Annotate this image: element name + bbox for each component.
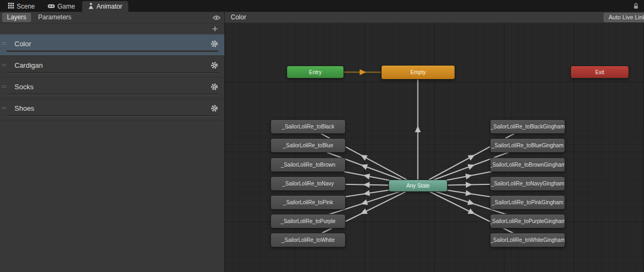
state-node[interactable]: _SailorLoliRe_toBlackGingham bbox=[490, 119, 565, 134]
drag-handle-icon[interactable] bbox=[2, 106, 6, 110]
animator-icon bbox=[88, 3, 94, 11]
tab-animator-label: Animator bbox=[97, 3, 122, 10]
state-node-label: _SailorLoliRe_toBlackGingham bbox=[491, 124, 565, 130]
state-node-label: Entry bbox=[309, 69, 321, 75]
layer-name: Shoes bbox=[14, 104, 34, 112]
state-node-label: _SailorLoliRe_toPink bbox=[283, 199, 333, 205]
layer-row[interactable]: Socks bbox=[0, 77, 224, 99]
state-node[interactable]: _SailorLoliRe_toWhite bbox=[270, 233, 346, 247]
state-node[interactable]: _SailorLoliRe_toNavyGingham bbox=[490, 176, 565, 191]
auto-live-link-button[interactable]: Auto Live Link bbox=[604, 13, 644, 22]
tab-layers[interactable]: Layers bbox=[2, 13, 31, 22]
grid-icon bbox=[8, 3, 14, 10]
state-node-label: _SailorLoliRe_toWhiteGingham bbox=[490, 237, 565, 243]
state-node-label: _SailorLoliRe_toBrownGingham bbox=[490, 162, 565, 168]
tab-scene-label: Scene bbox=[17, 3, 35, 10]
drag-handle-icon[interactable] bbox=[2, 84, 6, 89]
state-nodes-layer: Entry Empty Exit Any State _SailorLoliRe… bbox=[225, 12, 644, 272]
state-node-label: _SailorLoliRe_toPurpleGingham bbox=[490, 218, 565, 224]
side-panel-header: Layers Parameters bbox=[0, 12, 224, 24]
state-node[interactable]: Any State bbox=[389, 180, 448, 192]
layer-toolbar: + bbox=[0, 24, 224, 34]
tab-game[interactable]: Game bbox=[42, 1, 81, 12]
state-node[interactable]: _SailorLoliRe_toBrownGingham bbox=[490, 158, 565, 172]
state-node[interactable]: _SailorLoliRe_toPurple bbox=[270, 214, 346, 228]
tab-parameters[interactable]: Parameters bbox=[33, 13, 76, 22]
breadcrumb-bar: Color Auto Live Link bbox=[225, 12, 644, 23]
state-node-label: _SailorLoliRe_toBlueGingham bbox=[492, 142, 564, 148]
breadcrumb[interactable]: Color bbox=[231, 13, 246, 21]
state-node[interactable]: _SailorLoliRe_toBrown bbox=[270, 158, 346, 172]
state-node[interactable]: Entry bbox=[287, 66, 344, 78]
state-node-label: _SailorLoliRe_toBrown bbox=[281, 162, 335, 168]
state-node[interactable]: _SailorLoliRe_toNavy bbox=[270, 176, 346, 191]
animator-side-panel: Layers Parameters + Color Cardigan Sock bbox=[0, 12, 225, 272]
add-layer-button[interactable]: + bbox=[212, 25, 218, 33]
gear-icon[interactable] bbox=[210, 104, 218, 114]
state-node-label: _SailorLoliRe_toPinkGingham bbox=[492, 199, 563, 205]
layer-row[interactable]: Cardigan bbox=[0, 56, 224, 77]
animator-graph-canvas[interactable]: Entry Empty Exit Any State _SailorLoliRe… bbox=[225, 12, 644, 272]
state-node-label: Empty bbox=[411, 69, 426, 75]
lock-icon[interactable] bbox=[632, 0, 640, 12]
layer-weight-slider[interactable] bbox=[6, 115, 218, 117]
state-node-label: Exit bbox=[595, 69, 604, 75]
layer-name: Color bbox=[14, 40, 31, 48]
drag-handle-icon[interactable] bbox=[2, 63, 6, 67]
layers-list: Color Cardigan Socks Shoes bbox=[0, 34, 224, 120]
layer-weight-slider[interactable] bbox=[6, 72, 218, 74]
state-node[interactable]: _SailorLoliRe_toBlueGingham bbox=[490, 138, 565, 153]
state-node[interactable]: Empty bbox=[381, 65, 455, 80]
layer-name: Socks bbox=[14, 83, 33, 91]
drag-handle-icon[interactable] bbox=[2, 41, 6, 46]
tab-animator[interactable]: Animator bbox=[82, 1, 128, 12]
window-tab-bar: Scene Game Animator bbox=[0, 0, 644, 12]
state-node[interactable]: _SailorLoliRe_toPink bbox=[270, 195, 346, 210]
state-node-label: _SailorLoliRe_toBlue bbox=[283, 142, 333, 148]
gear-icon[interactable] bbox=[210, 61, 218, 71]
state-node-label: _SailorLoliRe_toPurple bbox=[281, 218, 335, 224]
layer-row[interactable]: Color bbox=[0, 34, 224, 56]
layer-weight-slider[interactable] bbox=[6, 51, 218, 52]
animator-window-body: Layers Parameters + Color Cardigan Sock bbox=[0, 12, 644, 272]
state-node[interactable]: _SailorLoliRe_toBlack bbox=[270, 119, 346, 134]
gear-icon[interactable] bbox=[210, 83, 218, 93]
state-node-label: _SailorLoliRe_toNavy bbox=[282, 181, 334, 187]
state-node[interactable]: _SailorLoliRe_toBlue bbox=[270, 138, 346, 153]
state-node[interactable]: _SailorLoliRe_toPinkGingham bbox=[490, 195, 565, 210]
state-node[interactable]: _SailorLoliRe_toWhiteGingham bbox=[490, 233, 565, 247]
state-node-label: _SailorLoliRe_toBlack bbox=[282, 124, 334, 130]
state-node-label: _SailorLoliRe_toWhite bbox=[282, 237, 335, 243]
eye-icon[interactable] bbox=[213, 15, 221, 20]
unity-window: Scene Game Animator Layers Parameters bbox=[0, 0, 644, 272]
layer-weight-slider[interactable] bbox=[6, 94, 218, 95]
state-node-label: Any State bbox=[406, 183, 429, 189]
layer-row[interactable]: Shoes bbox=[0, 99, 224, 120]
layer-name: Cardigan bbox=[14, 61, 43, 69]
tab-game-label: Game bbox=[57, 3, 75, 10]
tab-scene[interactable]: Scene bbox=[2, 1, 41, 12]
state-node[interactable]: Exit bbox=[570, 66, 629, 78]
gamepad-icon bbox=[48, 3, 55, 10]
state-node-label: _SailorLoliRe_toNavyGingham bbox=[491, 181, 565, 187]
gear-icon[interactable] bbox=[210, 40, 218, 50]
state-node[interactable]: _SailorLoliRe_toPurpleGingham bbox=[490, 214, 565, 228]
